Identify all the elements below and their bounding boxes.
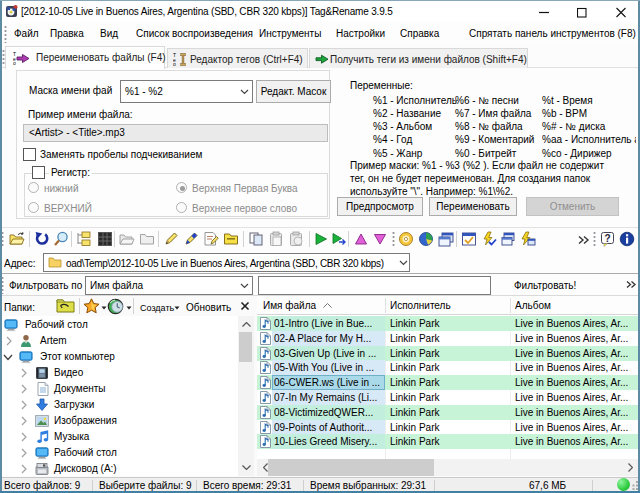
svg-text:o: o [173,61,176,67]
svg-text:?: ? [605,233,611,244]
svg-text:o: o [13,60,16,65]
